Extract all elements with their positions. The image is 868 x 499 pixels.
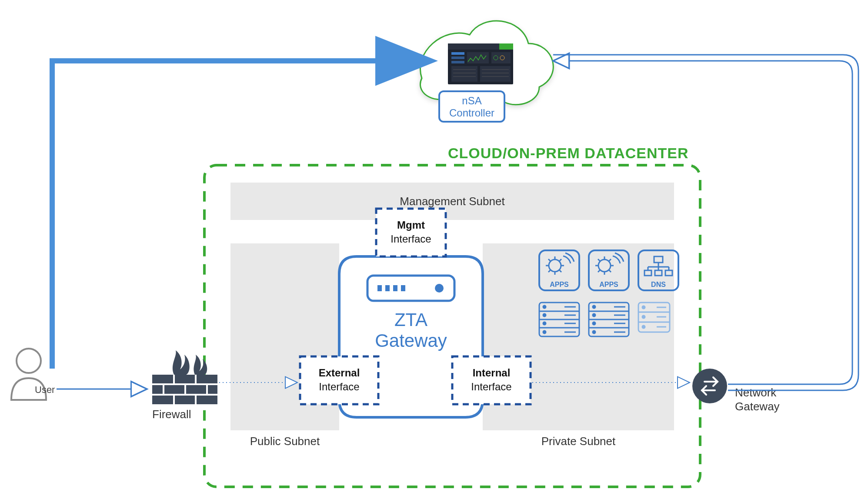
svg-point-58 bbox=[593, 331, 595, 333]
svg-rect-83 bbox=[480, 66, 511, 82]
svg-rect-1 bbox=[377, 285, 382, 291]
firewall-icon bbox=[152, 350, 217, 404]
user-label: User bbox=[35, 384, 55, 395]
svg-rect-79 bbox=[491, 52, 511, 63]
svg-rect-98 bbox=[206, 385, 208, 394]
diagram-canvas: CLOUD/ON-PREM DATACENTER Management Subn… bbox=[0, 0, 868, 499]
svg-point-46 bbox=[543, 331, 546, 333]
zta-gateway-title-line2: Gateway bbox=[375, 330, 447, 351]
svg-rect-91 bbox=[152, 375, 217, 383]
svg-point-56 bbox=[593, 314, 595, 316]
network-gateway-label-line2: Gateway bbox=[735, 400, 780, 413]
svg-rect-4 bbox=[401, 285, 405, 291]
svg-text:APPS: APPS bbox=[599, 281, 618, 288]
svg-point-44 bbox=[543, 314, 546, 316]
svg-point-55 bbox=[593, 306, 595, 308]
mgmt-interface-bold: Mgmt bbox=[397, 219, 425, 231]
svg-text:APPS: APPS bbox=[550, 281, 569, 288]
svg-rect-77 bbox=[451, 61, 464, 63]
svg-rect-75 bbox=[451, 52, 464, 55]
external-interface-box bbox=[300, 356, 378, 404]
svg-point-45 bbox=[543, 322, 546, 325]
svg-rect-94 bbox=[173, 375, 175, 383]
controller-label-line2: Controller bbox=[449, 107, 494, 119]
internal-interface-box bbox=[452, 356, 531, 404]
svg-rect-74 bbox=[499, 43, 513, 50]
svg-rect-76 bbox=[451, 57, 464, 59]
svg-rect-97 bbox=[184, 385, 186, 394]
svg-point-66 bbox=[642, 306, 645, 309]
mgmt-interface-plain: Interface bbox=[391, 233, 431, 245]
svg-point-67 bbox=[642, 316, 645, 318]
controller-label-line1: nSA bbox=[462, 95, 481, 106]
network-gateway-label-line1: Network bbox=[735, 386, 777, 399]
svg-rect-82 bbox=[451, 66, 477, 82]
svg-rect-93 bbox=[152, 396, 217, 404]
svg-rect-99 bbox=[173, 396, 175, 404]
svg-rect-100 bbox=[195, 396, 197, 404]
mgmt-interface-box bbox=[376, 209, 446, 256]
svg-rect-101 bbox=[152, 383, 217, 385]
svg-point-43 bbox=[543, 306, 546, 308]
external-interface-plain: Interface bbox=[319, 381, 359, 393]
svg-point-57 bbox=[593, 322, 595, 325]
svg-rect-2 bbox=[385, 285, 390, 291]
svg-rect-3 bbox=[393, 285, 397, 291]
zta-gateway-title-line1: ZTA bbox=[394, 309, 427, 330]
internal-interface-plain: Interface bbox=[471, 381, 511, 393]
svg-rect-78 bbox=[467, 52, 489, 63]
dashboard-thumbnail bbox=[448, 43, 513, 84]
private-subnet-label: Private Subnet bbox=[541, 435, 616, 448]
svg-rect-96 bbox=[163, 385, 164, 394]
public-subnet-label: Public Subnet bbox=[250, 435, 320, 448]
datacenter-title: CLOUD/ON-PREM DATACENTER bbox=[448, 145, 689, 161]
svg-point-68 bbox=[642, 326, 645, 328]
firewall-label: Firewall bbox=[152, 408, 191, 421]
network-gateway-icon bbox=[692, 369, 727, 403]
svg-point-5 bbox=[435, 284, 444, 293]
svg-rect-102 bbox=[152, 394, 217, 396]
management-subnet-label: Management Subnet bbox=[400, 195, 505, 208]
svg-text:DNS: DNS bbox=[651, 281, 666, 288]
svg-point-90 bbox=[17, 349, 41, 373]
internal-interface-bold: Internal bbox=[473, 367, 511, 379]
external-interface-bold: External bbox=[319, 367, 360, 379]
svg-rect-95 bbox=[195, 375, 197, 383]
